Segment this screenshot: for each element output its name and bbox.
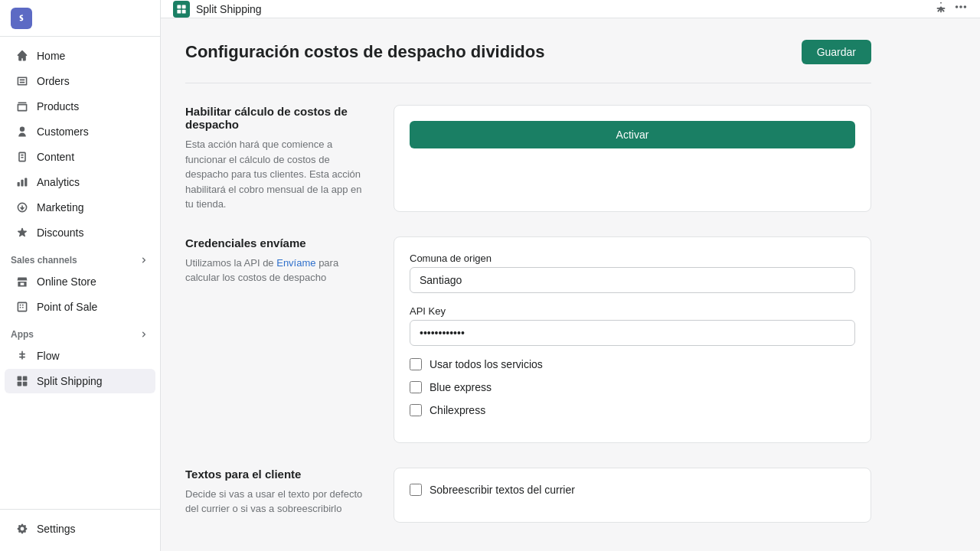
customers-icon — [15, 125, 29, 139]
checkbox-sobreescribir: Sobreescribir textos del currier — [410, 484, 855, 496]
sidebar-item-split-shipping[interactable]: Split Shipping — [5, 369, 155, 393]
sidebar-item-orders-label: Orders — [37, 75, 70, 87]
textos-card: Sobreescribir textos del currier — [394, 468, 871, 523]
sidebar-item-analytics[interactable]: Analytics — [5, 170, 155, 194]
habilitar-text: Esta acción hará que comience a funciona… — [185, 137, 369, 212]
credenciales-heading: Credenciales envíame — [185, 236, 369, 249]
habilitar-heading: Habilitar cálculo de costos de despacho — [185, 105, 369, 131]
sidebar-item-products[interactable]: Products — [5, 94, 155, 119]
svg-rect-1 — [23, 377, 28, 381]
sidebar-item-discounts-label: Discounts — [37, 227, 83, 239]
sidebar-item-discounts[interactable]: Discounts — [5, 220, 155, 245]
topbar-app-icon — [173, 1, 190, 18]
apikey-group: API Key — [410, 305, 855, 346]
sidebar-item-customers-label: Customers — [37, 126, 89, 138]
store-icon — [15, 275, 29, 289]
page-title: Configuración costos de despacho dividid… — [185, 42, 544, 62]
sidebar-item-online-store-label: Online Store — [37, 276, 96, 288]
sidebar-item-point-of-sale[interactable]: Point of Sale — [5, 295, 155, 319]
orders-icon — [15, 74, 29, 88]
topbar-actions — [934, 0, 968, 18]
products-icon — [15, 99, 29, 113]
sidebar-item-home[interactable]: Home — [5, 44, 155, 68]
blueexpress-label: Blue express — [430, 381, 492, 393]
checkbox-chilexpress: Chilexpress — [410, 404, 855, 416]
credenciales-description: Credenciales envíame Utilizamos la API d… — [185, 236, 369, 443]
sidebar-item-customers[interactable]: Customers — [5, 119, 155, 144]
svg-rect-7 — [182, 9, 186, 13]
sidebar-item-settings[interactable]: Settings — [5, 517, 155, 541]
chilexpress-checkbox[interactable] — [410, 404, 422, 416]
svg-rect-3 — [23, 382, 28, 386]
comuna-label: Comuna de origen — [410, 253, 855, 264]
credenciales-text: Utilizamos la API de Envíame para calcul… — [185, 256, 369, 285]
content-icon — [15, 150, 29, 164]
shopify-logo-icon — [11, 8, 32, 29]
sidebar-item-analytics-label: Analytics — [37, 176, 80, 188]
sidebar-item-settings-label: Settings — [37, 523, 76, 535]
checkbox-todos: Usar todos los servicios — [410, 358, 855, 370]
main-nav: Home Orders Products Customers Content — [0, 37, 160, 509]
home-icon — [15, 49, 29, 63]
topbar-title: Split Shipping — [196, 3, 262, 15]
pin-button[interactable] — [934, 1, 948, 18]
apikey-label: API Key — [410, 305, 855, 317]
sidebar-item-products-label: Products — [37, 100, 79, 112]
svg-rect-6 — [177, 9, 181, 13]
sidebar-item-flow[interactable]: Flow — [5, 344, 155, 368]
textos-description: Textos para el cliente Decide si vas a u… — [185, 468, 369, 523]
svg-rect-0 — [18, 377, 22, 381]
svg-rect-4 — [177, 5, 181, 8]
enviame-link[interactable]: Envíame — [276, 257, 315, 269]
activate-button[interactable]: Activar — [410, 121, 855, 148]
sidebar-item-content[interactable]: Content — [5, 145, 155, 169]
textos-section: Textos para el cliente Decide si vas a u… — [185, 468, 871, 523]
sidebar-item-split-shipping-label: Split Shipping — [37, 375, 103, 387]
comuna-input[interactable] — [410, 267, 855, 293]
sidebar-item-orders[interactable]: Orders — [5, 69, 155, 93]
habilitar-description: Habilitar cálculo de costos de despacho … — [185, 105, 369, 212]
comuna-group: Comuna de origen — [410, 253, 855, 293]
habilitar-card: Activar — [394, 105, 871, 212]
more-actions-button[interactable] — [954, 0, 968, 18]
sobreescribir-checkbox[interactable] — [410, 484, 422, 496]
svg-rect-2 — [18, 382, 22, 386]
header-divider — [185, 83, 871, 83]
sidebar-bottom: Settings — [0, 509, 160, 551]
discounts-icon — [15, 226, 29, 240]
credenciales-card: Comuna de origen API Key Usar todos los … — [394, 236, 871, 443]
save-button[interactable]: Guardar — [802, 40, 871, 64]
settings-icon — [15, 522, 29, 536]
sales-channels-section[interactable]: Sales channels — [0, 246, 160, 269]
marketing-icon — [15, 201, 29, 214]
sidebar-item-marketing-label: Marketing — [37, 201, 83, 214]
sobreescribir-label: Sobreescribir textos del currier — [430, 484, 575, 496]
checkbox-blueexpress: Blue express — [410, 381, 855, 393]
sidebar-item-flow-label: Flow — [37, 350, 60, 362]
topbar: Split Shipping — [161, 0, 980, 18]
svg-rect-5 — [182, 5, 186, 8]
todos-checkbox[interactable] — [410, 358, 422, 370]
main-content: Split Shipping Configuración costos de d… — [161, 0, 980, 551]
sidebar-item-marketing[interactable]: Marketing — [5, 195, 155, 220]
page: Configuración costos de despacho dividid… — [161, 18, 896, 551]
textos-text: Decide si vas a usar el texto por defect… — [185, 487, 369, 517]
sidebar-item-pos-label: Point of Sale — [37, 301, 97, 313]
chilexpress-label: Chilexpress — [430, 404, 485, 416]
habilitar-section: Habilitar cálculo de costos de despacho … — [185, 105, 871, 212]
textos-heading: Textos para el cliente — [185, 468, 369, 481]
pos-icon — [15, 300, 29, 314]
sidebar-logo — [0, 0, 160, 37]
flow-icon — [15, 349, 29, 363]
credenciales-section: Credenciales envíame Utilizamos la API d… — [185, 236, 871, 443]
page-header: Configuración costos de despacho dividid… — [185, 40, 871, 64]
apps-section[interactable]: Apps — [0, 320, 160, 343]
sidebar-item-online-store[interactable]: Online Store — [5, 269, 155, 294]
apikey-input[interactable] — [410, 320, 855, 346]
sidebar: Home Orders Products Customers Content — [0, 0, 161, 551]
analytics-icon — [15, 175, 29, 189]
split-shipping-icon — [15, 374, 29, 388]
blueexpress-checkbox[interactable] — [410, 381, 422, 393]
sidebar-item-content-label: Content — [37, 151, 74, 163]
sidebar-item-home-label: Home — [37, 50, 65, 62]
